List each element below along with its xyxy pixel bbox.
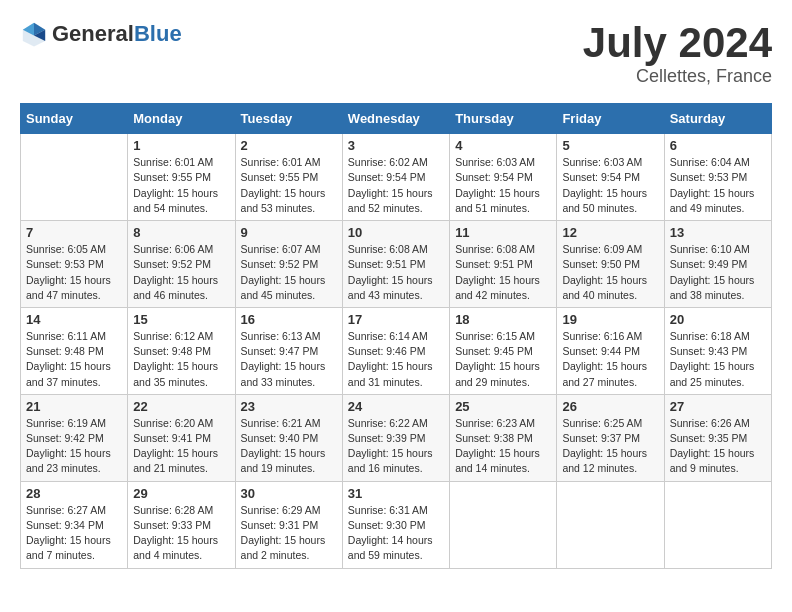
day-info: Sunrise: 6:03 AM Sunset: 9:54 PM Dayligh… <box>562 155 658 216</box>
day-info: Sunrise: 6:26 AM Sunset: 9:35 PM Dayligh… <box>670 416 766 477</box>
subtitle: Cellettes, France <box>583 66 772 87</box>
calendar-cell: 24Sunrise: 6:22 AM Sunset: 9:39 PM Dayli… <box>342 394 449 481</box>
calendar-week-row: 28Sunrise: 6:27 AM Sunset: 9:34 PM Dayli… <box>21 481 772 568</box>
logo-blue: Blue <box>134 21 182 46</box>
header: GeneralBlue July 2024 Cellettes, France <box>20 20 772 87</box>
calendar-cell: 31Sunrise: 6:31 AM Sunset: 9:30 PM Dayli… <box>342 481 449 568</box>
calendar-week-row: 1Sunrise: 6:01 AM Sunset: 9:55 PM Daylig… <box>21 134 772 221</box>
calendar-cell: 2Sunrise: 6:01 AM Sunset: 9:55 PM Daylig… <box>235 134 342 221</box>
day-number: 14 <box>26 312 122 327</box>
day-info: Sunrise: 6:09 AM Sunset: 9:50 PM Dayligh… <box>562 242 658 303</box>
day-number: 18 <box>455 312 551 327</box>
day-info: Sunrise: 6:01 AM Sunset: 9:55 PM Dayligh… <box>133 155 229 216</box>
calendar-cell: 8Sunrise: 6:06 AM Sunset: 9:52 PM Daylig… <box>128 221 235 308</box>
day-info: Sunrise: 6:29 AM Sunset: 9:31 PM Dayligh… <box>241 503 337 564</box>
calendar-cell: 16Sunrise: 6:13 AM Sunset: 9:47 PM Dayli… <box>235 307 342 394</box>
day-info: Sunrise: 6:14 AM Sunset: 9:46 PM Dayligh… <box>348 329 444 390</box>
day-number: 6 <box>670 138 766 153</box>
calendar-cell <box>450 481 557 568</box>
calendar-week-row: 21Sunrise: 6:19 AM Sunset: 9:42 PM Dayli… <box>21 394 772 481</box>
calendar-cell <box>557 481 664 568</box>
logo: GeneralBlue <box>20 20 182 48</box>
day-number: 9 <box>241 225 337 240</box>
day-info: Sunrise: 6:15 AM Sunset: 9:45 PM Dayligh… <box>455 329 551 390</box>
day-number: 5 <box>562 138 658 153</box>
day-info: Sunrise: 6:23 AM Sunset: 9:38 PM Dayligh… <box>455 416 551 477</box>
day-info: Sunrise: 6:08 AM Sunset: 9:51 PM Dayligh… <box>455 242 551 303</box>
calendar-header-saturday: Saturday <box>664 104 771 134</box>
day-number: 31 <box>348 486 444 501</box>
calendar-cell: 29Sunrise: 6:28 AM Sunset: 9:33 PM Dayli… <box>128 481 235 568</box>
day-info: Sunrise: 6:25 AM Sunset: 9:37 PM Dayligh… <box>562 416 658 477</box>
day-number: 8 <box>133 225 229 240</box>
day-number: 7 <box>26 225 122 240</box>
day-number: 22 <box>133 399 229 414</box>
day-info: Sunrise: 6:18 AM Sunset: 9:43 PM Dayligh… <box>670 329 766 390</box>
calendar-cell: 4Sunrise: 6:03 AM Sunset: 9:54 PM Daylig… <box>450 134 557 221</box>
calendar-cell: 10Sunrise: 6:08 AM Sunset: 9:51 PM Dayli… <box>342 221 449 308</box>
day-number: 1 <box>133 138 229 153</box>
calendar-cell: 1Sunrise: 6:01 AM Sunset: 9:55 PM Daylig… <box>128 134 235 221</box>
calendar-cell: 14Sunrise: 6:11 AM Sunset: 9:48 PM Dayli… <box>21 307 128 394</box>
day-number: 20 <box>670 312 766 327</box>
calendar-header-thursday: Thursday <box>450 104 557 134</box>
calendar-cell: 23Sunrise: 6:21 AM Sunset: 9:40 PM Dayli… <box>235 394 342 481</box>
day-info: Sunrise: 6:27 AM Sunset: 9:34 PM Dayligh… <box>26 503 122 564</box>
day-info: Sunrise: 6:16 AM Sunset: 9:44 PM Dayligh… <box>562 329 658 390</box>
day-info: Sunrise: 6:06 AM Sunset: 9:52 PM Dayligh… <box>133 242 229 303</box>
calendar-cell: 15Sunrise: 6:12 AM Sunset: 9:48 PM Dayli… <box>128 307 235 394</box>
day-number: 23 <box>241 399 337 414</box>
calendar-cell: 3Sunrise: 6:02 AM Sunset: 9:54 PM Daylig… <box>342 134 449 221</box>
day-info: Sunrise: 6:03 AM Sunset: 9:54 PM Dayligh… <box>455 155 551 216</box>
calendar-cell: 13Sunrise: 6:10 AM Sunset: 9:49 PM Dayli… <box>664 221 771 308</box>
calendar-header-friday: Friday <box>557 104 664 134</box>
calendar-cell: 5Sunrise: 6:03 AM Sunset: 9:54 PM Daylig… <box>557 134 664 221</box>
day-number: 15 <box>133 312 229 327</box>
day-info: Sunrise: 6:10 AM Sunset: 9:49 PM Dayligh… <box>670 242 766 303</box>
calendar-cell <box>664 481 771 568</box>
day-number: 26 <box>562 399 658 414</box>
day-info: Sunrise: 6:08 AM Sunset: 9:51 PM Dayligh… <box>348 242 444 303</box>
day-info: Sunrise: 6:20 AM Sunset: 9:41 PM Dayligh… <box>133 416 229 477</box>
day-info: Sunrise: 6:04 AM Sunset: 9:53 PM Dayligh… <box>670 155 766 216</box>
day-number: 10 <box>348 225 444 240</box>
day-info: Sunrise: 6:28 AM Sunset: 9:33 PM Dayligh… <box>133 503 229 564</box>
calendar-header-sunday: Sunday <box>21 104 128 134</box>
calendar-cell: 6Sunrise: 6:04 AM Sunset: 9:53 PM Daylig… <box>664 134 771 221</box>
logo-icon <box>20 20 48 48</box>
day-number: 13 <box>670 225 766 240</box>
calendar-cell: 9Sunrise: 6:07 AM Sunset: 9:52 PM Daylig… <box>235 221 342 308</box>
day-number: 28 <box>26 486 122 501</box>
day-info: Sunrise: 6:13 AM Sunset: 9:47 PM Dayligh… <box>241 329 337 390</box>
day-number: 27 <box>670 399 766 414</box>
day-info: Sunrise: 6:22 AM Sunset: 9:39 PM Dayligh… <box>348 416 444 477</box>
day-number: 25 <box>455 399 551 414</box>
day-number: 24 <box>348 399 444 414</box>
calendar-cell: 17Sunrise: 6:14 AM Sunset: 9:46 PM Dayli… <box>342 307 449 394</box>
day-info: Sunrise: 6:19 AM Sunset: 9:42 PM Dayligh… <box>26 416 122 477</box>
calendar-cell: 20Sunrise: 6:18 AM Sunset: 9:43 PM Dayli… <box>664 307 771 394</box>
calendar: SundayMondayTuesdayWednesdayThursdayFrid… <box>20 103 772 568</box>
day-info: Sunrise: 6:07 AM Sunset: 9:52 PM Dayligh… <box>241 242 337 303</box>
calendar-cell: 27Sunrise: 6:26 AM Sunset: 9:35 PM Dayli… <box>664 394 771 481</box>
day-number: 16 <box>241 312 337 327</box>
calendar-week-row: 14Sunrise: 6:11 AM Sunset: 9:48 PM Dayli… <box>21 307 772 394</box>
calendar-header-tuesday: Tuesday <box>235 104 342 134</box>
calendar-header-monday: Monday <box>128 104 235 134</box>
day-number: 30 <box>241 486 337 501</box>
day-number: 4 <box>455 138 551 153</box>
calendar-cell <box>21 134 128 221</box>
calendar-cell: 12Sunrise: 6:09 AM Sunset: 9:50 PM Dayli… <box>557 221 664 308</box>
calendar-cell: 7Sunrise: 6:05 AM Sunset: 9:53 PM Daylig… <box>21 221 128 308</box>
calendar-cell: 25Sunrise: 6:23 AM Sunset: 9:38 PM Dayli… <box>450 394 557 481</box>
logo-general: General <box>52 21 134 46</box>
calendar-cell: 26Sunrise: 6:25 AM Sunset: 9:37 PM Dayli… <box>557 394 664 481</box>
day-info: Sunrise: 6:01 AM Sunset: 9:55 PM Dayligh… <box>241 155 337 216</box>
day-number: 29 <box>133 486 229 501</box>
day-number: 2 <box>241 138 337 153</box>
day-info: Sunrise: 6:12 AM Sunset: 9:48 PM Dayligh… <box>133 329 229 390</box>
day-info: Sunrise: 6:11 AM Sunset: 9:48 PM Dayligh… <box>26 329 122 390</box>
day-info: Sunrise: 6:05 AM Sunset: 9:53 PM Dayligh… <box>26 242 122 303</box>
calendar-cell: 30Sunrise: 6:29 AM Sunset: 9:31 PM Dayli… <box>235 481 342 568</box>
day-number: 12 <box>562 225 658 240</box>
